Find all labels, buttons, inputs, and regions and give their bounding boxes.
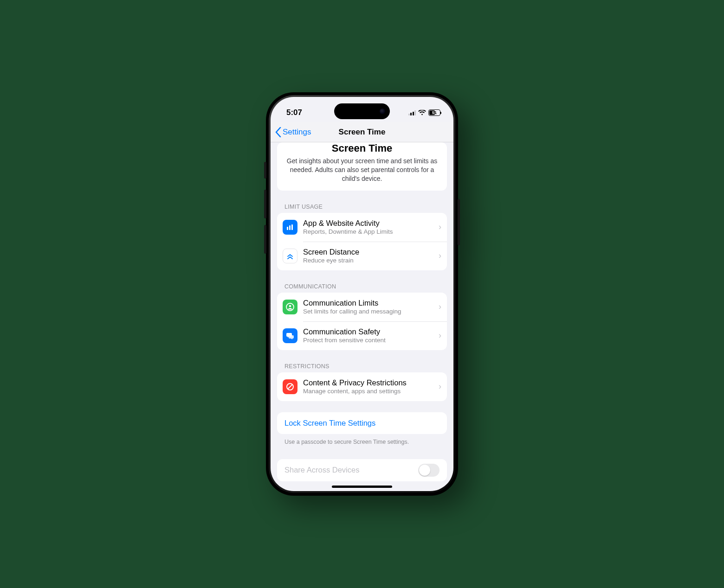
battery-icon: 51	[428, 109, 440, 116]
person-circle-icon	[283, 300, 297, 314]
back-button[interactable]: Settings	[275, 122, 311, 142]
phone-frame: 5:07 51 Settings	[266, 92, 458, 496]
row-subtitle: Reports, Downtime & App Limits	[303, 228, 436, 235]
page-description: Get insights about your screen time and …	[285, 157, 439, 183]
home-indicator[interactable]	[332, 486, 392, 488]
wifi-icon	[418, 110, 426, 115]
section-header-limit-usage: LIMIT USAGE	[284, 204, 447, 210]
link-label: Lock Screen Time Settings	[284, 419, 375, 427]
side-button-hw	[458, 199, 460, 245]
chevrons-up-icon	[283, 249, 297, 263]
row-communication-safety[interactable]: Communication Safety Protect from sensit…	[277, 321, 447, 350]
svg-point-4	[289, 305, 291, 307]
chevron-left-icon	[275, 127, 281, 137]
content-scroll[interactable]: Screen Time Get insights about your scre…	[271, 142, 453, 491]
volume-down-hw	[264, 225, 266, 254]
back-label: Settings	[283, 128, 311, 137]
row-content-privacy[interactable]: Content & Privacy Restrictions Manage co…	[277, 372, 447, 401]
row-subtitle: Reduce eye strain	[303, 257, 436, 264]
chevron-right-icon: ›	[439, 382, 441, 391]
row-title: Content & Privacy Restrictions	[303, 378, 436, 387]
row-title: Share Across Devices	[284, 466, 359, 474]
svg-line-6	[288, 384, 292, 389]
row-title: Communication Safety	[303, 327, 436, 336]
chevron-right-icon: ›	[439, 331, 441, 340]
row-title: Communication Limits	[303, 299, 436, 307]
screen: 5:07 51 Settings	[271, 97, 453, 491]
chart-bar-icon	[283, 220, 297, 235]
row-app-website-activity[interactable]: App & Website Activity Reports, Downtime…	[277, 213, 447, 242]
row-screen-distance[interactable]: Screen Distance Reduce eye strain ›	[277, 242, 447, 270]
dynamic-island	[334, 103, 390, 119]
toggle-share-devices[interactable]	[418, 464, 440, 477]
cellular-signal-icon	[408, 110, 416, 115]
chevron-right-icon: ›	[439, 302, 441, 312]
row-subtitle: Set limits for calling and messaging	[303, 308, 436, 315]
page-title: Screen Time	[285, 142, 439, 154]
row-lock-screen-time[interactable]: Lock Screen Time Settings	[277, 412, 447, 434]
row-communication-limits[interactable]: Communication Limits Set limits for call…	[277, 293, 447, 321]
volume-up-hw	[264, 190, 266, 218]
intro-card: Screen Time Get insights about your scre…	[277, 142, 447, 191]
speech-bubbles-icon	[283, 328, 297, 343]
section-header-communication: COMMUNICATION	[284, 283, 447, 290]
section-header-restrictions: RESTRICTIONS	[284, 363, 447, 370]
svg-rect-1	[289, 225, 291, 230]
group-communication: Communication Limits Set limits for call…	[277, 293, 447, 350]
row-title: App & Website Activity	[303, 219, 436, 228]
chevron-right-icon: ›	[439, 251, 441, 261]
row-title: Screen Distance	[303, 248, 436, 256]
svg-rect-0	[287, 227, 288, 230]
row-subtitle: Protect from sensitive content	[303, 337, 436, 344]
nav-title: Screen Time	[339, 128, 386, 137]
group-limit-usage: App & Website Activity Reports, Downtime…	[277, 213, 447, 270]
no-entry-icon	[283, 379, 297, 394]
group-restrictions: Content & Privacy Restrictions Manage co…	[277, 372, 447, 401]
lock-footnote: Use a passcode to secure Screen Time set…	[284, 439, 447, 445]
silent-switch	[264, 162, 266, 179]
svg-rect-2	[291, 224, 293, 230]
chevron-right-icon: ›	[439, 222, 441, 232]
row-subtitle: Manage content, apps and settings	[303, 388, 436, 395]
status-time: 5:07	[286, 108, 302, 117]
row-share-across-devices[interactable]: Share Across Devices	[277, 459, 447, 481]
nav-bar: Settings Screen Time	[271, 122, 453, 142]
